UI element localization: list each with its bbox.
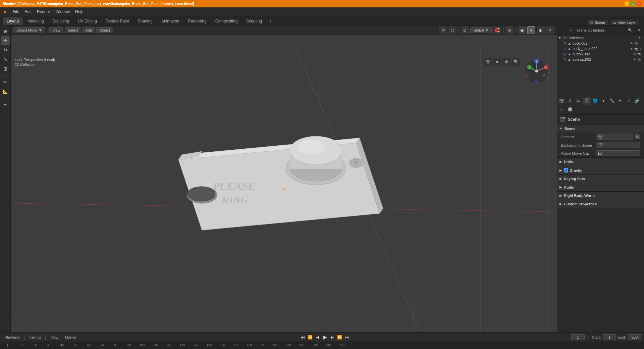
- button-eye[interactable]: 👁: [633, 52, 636, 56]
- bg-scene-value[interactable]: 🎬: [596, 142, 640, 148]
- camera-value[interactable]: 📷: [596, 134, 633, 140]
- body-002-cam[interactable]: 📷: [634, 42, 638, 45]
- next-keyframe-btn[interactable]: ⏩: [336, 334, 343, 341]
- new-collection-icon[interactable]: +: [617, 26, 625, 34]
- tab-compositing[interactable]: Compositing: [211, 17, 242, 25]
- scene-props-icon[interactable]: 🎬: [583, 97, 591, 105]
- keying-sets-header[interactable]: ▶ Keying Sets: [557, 175, 644, 183]
- blender-logo[interactable]: ●: [1, 8, 9, 15]
- solid-shading[interactable]: ●: [527, 26, 535, 34]
- tab-shading[interactable]: Shading: [134, 17, 157, 25]
- physics-props-icon[interactable]: ⚛: [625, 97, 633, 105]
- scene-canvas[interactable]: PLEASE RING: [11, 46, 557, 332]
- maximize-button[interactable]: □: [631, 1, 635, 6]
- outliner-scene-collection[interactable]: ▼ ⬡ Collection 👁: [557, 35, 644, 41]
- units-section-header[interactable]: ▶ Units: [557, 158, 644, 166]
- gravity-checkbox[interactable]: [564, 168, 568, 172]
- tab-uv-editing[interactable]: UV Editing: [74, 17, 101, 25]
- view-layer-selector[interactable]: 🗂 View Layer: [610, 20, 639, 25]
- view-menu-tl[interactable]: View: [48, 335, 60, 340]
- add-menu[interactable]: Add: [83, 27, 95, 33]
- measure-tool-button[interactable]: 📐: [1, 87, 10, 96]
- body-back-cam[interactable]: 📷: [634, 47, 638, 51]
- add-workspace-button[interactable]: +: [267, 17, 274, 25]
- end-frame-input[interactable]: 250: [628, 334, 641, 340]
- body-002-render[interactable]: ○: [639, 42, 641, 45]
- rigid-body-header[interactable]: ▶ Rigid Body World: [557, 192, 644, 200]
- filter-icon[interactable]: ▽: [567, 26, 575, 34]
- prev-frame-btn[interactable]: ◀: [314, 334, 321, 341]
- cursor-icon[interactable]: ⊕: [502, 58, 511, 66]
- view-menu[interactable]: View: [49, 27, 63, 33]
- outliner-body-back-002[interactable]: ▽ ▲ body_back.002 👁 📷 ○: [557, 46, 644, 51]
- current-frame-input[interactable]: 1: [571, 334, 585, 340]
- transform-tool-button[interactable]: ⊞: [1, 64, 10, 73]
- search-outliner-icon[interactable]: 🔍: [626, 26, 634, 34]
- data-props-icon[interactable]: △: [557, 105, 566, 113]
- next-frame-btn[interactable]: ▶: [329, 334, 336, 341]
- marker-menu[interactable]: Marker: [63, 335, 78, 340]
- menu-help[interactable]: Help: [72, 8, 86, 15]
- transform-pivot-selector[interactable]: ⊙: [461, 26, 469, 34]
- material-shading[interactable]: ◐: [537, 26, 545, 34]
- scene-selector[interactable]: 🎬 Scene: [587, 20, 608, 25]
- body-back-eye[interactable]: 👁: [630, 47, 633, 51]
- constraints-props-icon[interactable]: 🔗: [633, 97, 641, 105]
- close-button[interactable]: ✕: [637, 1, 641, 6]
- audio-section-header[interactable]: ▶ Audio: [557, 183, 644, 191]
- navigation-gizmo[interactable]: X Y Z: [523, 58, 550, 85]
- tab-animation[interactable]: Animation: [157, 17, 183, 25]
- output-props-icon[interactable]: 🖨: [566, 97, 574, 105]
- outliner-screws-002[interactable]: ▽ ▲ screws.002 👁 📷: [557, 57, 644, 62]
- viewport[interactable]: Object Mode ▼ View Select Add Object ⚙ ◎…: [11, 26, 557, 332]
- menu-file[interactable]: File: [10, 8, 22, 15]
- scale-tool-button[interactable]: ⤡: [1, 55, 10, 64]
- custom-props-header[interactable]: ▶ Custom Properties: [557, 200, 644, 208]
- wireframe-shading[interactable]: ▣: [518, 26, 526, 34]
- transform-orientation-selector[interactable]: Global ▼: [470, 27, 492, 33]
- tab-sculpting[interactable]: Sculpting: [49, 17, 73, 25]
- body-002-eye[interactable]: 👁: [630, 42, 633, 45]
- search-icon[interactable]: 🔍: [512, 58, 520, 66]
- filter-outliner-icon[interactable]: ⚙: [635, 26, 643, 34]
- outliner-icon[interactable]: ☰: [558, 26, 566, 34]
- screws-cam[interactable]: 📷: [637, 58, 641, 61]
- render-props-icon[interactable]: 📷: [557, 97, 566, 105]
- keying-menu[interactable]: Keying: [28, 335, 43, 340]
- tab-texture-paint[interactable]: Texture Paint: [102, 17, 133, 25]
- tab-scripting[interactable]: Scripting: [242, 17, 266, 25]
- particles-props-icon[interactable]: ✦: [616, 97, 624, 105]
- proportional-edit-toggle[interactable]: ⊙: [505, 26, 514, 34]
- play-btn[interactable]: ▶: [322, 334, 328, 341]
- playback-menu[interactable]: Playback: [3, 335, 22, 340]
- object-mode-selector[interactable]: Object Mode ▼: [13, 27, 45, 33]
- window-controls[interactable]: — □ ✕: [625, 1, 641, 6]
- cursor-tool-button[interactable]: ⊕: [1, 27, 10, 36]
- tab-modeling[interactable]: Modeling: [23, 17, 48, 25]
- screws-eye[interactable]: 👁: [633, 58, 636, 61]
- prev-keyframe-btn[interactable]: ⏪: [307, 334, 314, 341]
- render-shading[interactable]: ☀: [546, 26, 554, 34]
- menu-window[interactable]: Window: [53, 8, 72, 15]
- menu-edit[interactable]: Edit: [22, 8, 34, 15]
- button-cam[interactable]: 📷: [637, 52, 641, 56]
- viewport-gizmo-toggle[interactable]: ⚙: [439, 26, 447, 34]
- select-menu[interactable]: Select: [65, 27, 81, 33]
- start-frame-input[interactable]: 1: [603, 334, 616, 340]
- material-icon[interactable]: ●: [493, 58, 501, 66]
- tab-rendering[interactable]: Rendering: [184, 17, 210, 25]
- annotate-tool-button[interactable]: ✏: [1, 78, 10, 86]
- object-props-icon[interactable]: ●: [599, 97, 607, 105]
- gravity-section-header[interactable]: ▶ Gravity: [557, 166, 644, 174]
- jump-to-start-btn[interactable]: ⏮: [300, 334, 306, 341]
- scene-section-header[interactable]: ▼ Scene: [557, 124, 644, 133]
- modifier-props-icon[interactable]: 🔧: [608, 97, 616, 105]
- world-props-icon[interactable]: 🌐: [591, 97, 599, 105]
- view-layer-props-icon[interactable]: 🗂: [574, 97, 582, 105]
- rotate-tool-button[interactable]: ↻: [1, 46, 10, 54]
- minimize-button[interactable]: —: [625, 1, 629, 6]
- move-tool-button[interactable]: ✛: [1, 36, 10, 45]
- body-back-render[interactable]: ○: [639, 47, 641, 51]
- add-tool-button[interactable]: +: [1, 100, 10, 109]
- jump-to-end-btn[interactable]: ⏭: [344, 334, 351, 341]
